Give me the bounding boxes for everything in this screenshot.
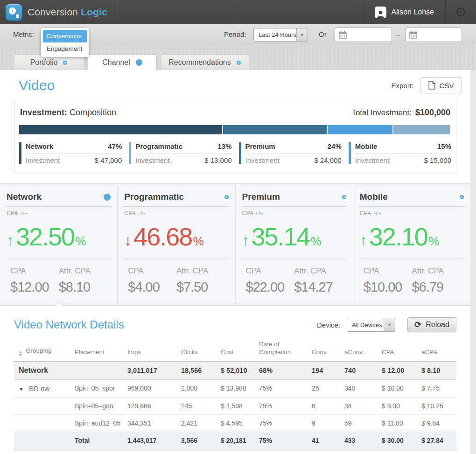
user-menu[interactable]: Alison Lohse [363, 0, 445, 24]
attr-cpa-value: $14.27 [294, 279, 343, 295]
attr-cpa-label: Attr. CPA [59, 266, 107, 276]
channel-cards: Network CPA +/− ↑32.50% CPA$12.00 Attr. … [0, 183, 470, 306]
metric-label: Metric: [13, 30, 34, 38]
content-area: Video Export: CSV Investment: Compositio… [0, 70, 470, 454]
legend-color-bar [19, 142, 21, 164]
card-metric-label: CPA +/− [124, 210, 228, 217]
table-row-total: Total 1,443,017 3,566 $ 20,181 75% 41 43… [14, 432, 456, 449]
logo-icon [6, 4, 22, 21]
user-icon [375, 7, 386, 18]
radio-circle-icon[interactable] [460, 195, 464, 199]
legend-item-programmatic: Programmatic13% Investment$ 13,000 [129, 142, 231, 164]
cpa-change: ↓46.68% [124, 224, 229, 249]
tab-recommendations[interactable]: Recommendations [160, 55, 249, 70]
bar-segment-programmatic [393, 125, 449, 134]
collapse-icon[interactable]: ▼ [19, 386, 29, 392]
export-csv-label: CSV [440, 82, 454, 90]
card-metric-label: CPA +/− [242, 210, 346, 217]
calendar-icon [339, 31, 347, 39]
attr-cpa-label: Attr. CPA [412, 266, 460, 276]
column-placement[interactable]: Placement [75, 338, 127, 361]
cpa-change: ↑32.10% [360, 224, 465, 249]
metric-option-engagement[interactable]: Engagement [43, 42, 87, 55]
tab-channel[interactable]: Channel [88, 54, 157, 70]
export-label: Export: [391, 82, 413, 90]
table-row-placement: Spin–aud12–05 344,351 2,421 $ 4,595 75% … [14, 414, 456, 432]
bar-segment-network [19, 125, 222, 134]
table-row-xtv-nw[interactable]: ▶XTV nw 955,000 1,000 $ 15,000 69% 135 2… [14, 451, 456, 454]
column-clicks[interactable]: Clicks [181, 338, 221, 361]
attr-cpa-value: $6.79 [412, 279, 460, 295]
cpa-label: CPA [10, 266, 59, 276]
table-row-br-nw[interactable]: ▼BR nw Spin–05–spor 969,000 1,000 $ 13,9… [14, 379, 456, 397]
card-title: Network [7, 192, 42, 202]
up-arrow-icon: ↑ [242, 233, 250, 248]
cpa-label: CPA [128, 266, 176, 276]
export-csv-button[interactable]: CSV [420, 77, 462, 93]
card-programmatic[interactable]: Programmatic CPA +/− ↓46.68% CPA$4.00 At… [118, 184, 235, 305]
range-separator: – [396, 30, 400, 38]
radio-circle-icon [63, 61, 67, 65]
column-cost[interactable]: Cost [221, 338, 259, 361]
legend-item-premium: Premium24% Investment$ 24,000 [239, 142, 342, 164]
metric-dropdown: Conversions Engagement [41, 28, 89, 57]
column-aconv[interactable]: aConv. [344, 338, 382, 361]
legend-item-mobile: Mobile15% Investment$ 15,000 [349, 142, 451, 164]
column-grouping[interactable]: Grouping [14, 338, 75, 361]
investment-legend: Network47% Investment$ 47,000 Programmat… [19, 142, 451, 164]
period-select[interactable]: Last 24 Hours ▼ [253, 28, 308, 42]
chevron-down-icon[interactable]: ▼ [384, 318, 395, 331]
user-name: Alison Lohse [391, 8, 434, 16]
table-row-network-summary: Network 3,011,017 18,566 $ 52,010 68% 19… [14, 361, 456, 379]
radio-circle-icon [237, 61, 241, 65]
card-mobile[interactable]: Mobile CPA +/− ↑32.10% CPA$10.00 Attr. C… [353, 184, 470, 305]
tab-portfolio-label: Portfolio [30, 58, 58, 67]
details-title: Video Network Details [14, 318, 124, 331]
card-metric-label: CPA +/− [7, 210, 111, 217]
radio-circle-icon[interactable] [224, 195, 229, 199]
total-investment: Total Investment:$100,000 [351, 108, 450, 118]
column-acpa[interactable]: aCPA [421, 338, 456, 361]
column-cpa[interactable]: CPA [382, 338, 421, 361]
legend-color-bar [239, 142, 241, 164]
brand[interactable]: Conversion Logic [0, 0, 117, 24]
reload-label: Reload [426, 321, 449, 329]
settings-button[interactable]: ⚙ [445, 0, 476, 24]
device-select[interactable]: All Devices ▼ [347, 318, 395, 332]
investment-panel: Investment: Composition Total Investment… [14, 100, 456, 173]
chevron-down-icon[interactable]: ▼ [296, 28, 308, 41]
radio-circle-icon[interactable] [104, 194, 111, 201]
card-premium[interactable]: Premium CPA +/− ↑35.14% CPA$22.00 Attr. … [236, 184, 353, 305]
period-label: Period: [224, 30, 246, 38]
legend-color-bar [349, 142, 351, 164]
attr-cpa-value: $7.50 [176, 279, 225, 295]
column-conv[interactable]: Conv. [312, 338, 344, 361]
legend-color-bar [129, 142, 131, 164]
metric-option-conversions[interactable]: Conversions [43, 30, 87, 42]
sort-icon[interactable] [19, 351, 22, 356]
filter-bar: Metric: Conversions Engagement Period: L… [0, 24, 476, 45]
cpa-value: $10.00 [364, 279, 412, 295]
bar-segment-mobile [328, 125, 392, 134]
details-table: Grouping Placement Imps Clicks Cost Rate… [14, 338, 456, 454]
bar-segment-premium [223, 125, 327, 134]
attr-cpa-label: Attr. CPA [294, 266, 343, 276]
column-rate-of-completion[interactable]: Rate of Completion [259, 338, 312, 361]
device-select-value: All Devices [347, 321, 384, 328]
date-end-input[interactable] [405, 28, 462, 42]
legend-item-network: Network47% Investment$ 47,000 [19, 142, 122, 164]
date-start-input[interactable] [335, 28, 392, 42]
column-imps[interactable]: Imps [127, 338, 181, 361]
cpa-change: ↑35.14% [242, 224, 347, 249]
file-icon [428, 81, 435, 90]
reload-button[interactable]: ⟳ Reload [407, 317, 456, 332]
radio-circle-icon[interactable] [342, 195, 346, 199]
reload-icon: ⟳ [414, 320, 421, 330]
card-network[interactable]: Network CPA +/− ↑32.50% CPA$12.00 Attr. … [0, 184, 118, 305]
attr-cpa-label: Attr. CPA [176, 266, 225, 276]
up-arrow-icon: ↑ [7, 233, 14, 248]
page-title: Video [19, 77, 55, 93]
cpa-label: CPA [246, 266, 294, 276]
tab-recommendations-label: Recommendations [168, 58, 231, 67]
card-metric-label: CPA +/− [360, 210, 464, 217]
